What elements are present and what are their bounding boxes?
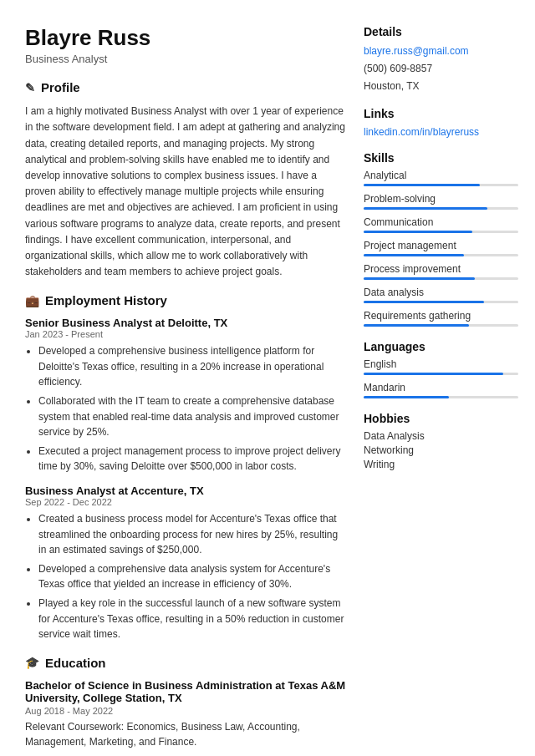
skill-bar-fill <box>364 231 472 233</box>
skill-bar-fill <box>364 184 480 186</box>
skill-bar-bg <box>364 277 518 280</box>
details-phone: (500) 609-8857 <box>364 61 518 76</box>
links-title: Links <box>364 107 518 120</box>
job-bullet: Created a business process model for Acc… <box>38 511 347 558</box>
skill-name: Requirements gathering <box>364 310 518 322</box>
job-bullets: Created a business process model for Acc… <box>25 511 347 642</box>
candidate-title: Business Analyst <box>25 53 347 65</box>
job-bullets: Developed a comprehensive business intel… <box>25 343 347 474</box>
languages-section: Languages EnglishMandarin <box>364 340 518 398</box>
skill-item: Process improvement <box>364 263 518 280</box>
skills-title: Skills <box>364 151 518 165</box>
hobby-item: Networking <box>364 444 518 456</box>
skill-bar-bg <box>364 301 518 303</box>
job-title: Senior Business Analyst at Deloitte, TX <box>25 317 347 329</box>
links-section: Links linkedin.com/in/blayreruss <box>364 107 518 138</box>
skill-item: Analytical <box>364 170 518 186</box>
skill-name: Analytical <box>364 170 518 181</box>
language-item: Mandarin <box>364 382 518 398</box>
profile-text: I am a highly motivated Business Analyst… <box>25 104 347 280</box>
header: Blayre Russ Business Analyst <box>25 25 347 65</box>
languages-title: Languages <box>364 340 518 353</box>
hobby-item: Data Analysis <box>364 430 518 442</box>
skill-name: Data analysis <box>364 287 518 298</box>
skill-item: Requirements gathering <box>364 310 518 327</box>
employment-section-title: 💼 Employment History <box>25 293 347 310</box>
skills-section: Skills AnalyticalProblem-solvingCommunic… <box>364 151 518 327</box>
skill-bar-bg <box>364 207 518 210</box>
skill-item: Data analysis <box>364 287 518 303</box>
education-coursework: Relevant Coursework: Economics, Business… <box>25 719 347 749</box>
job-item: Business Analyst at Accenture, TXSep 202… <box>25 485 347 642</box>
employment-section: 💼 Employment History Senior Business Ana… <box>25 293 347 642</box>
job-bullet: Developed a comprehensive data analysis … <box>38 561 347 592</box>
job-date: Jan 2023 - Present <box>25 329 347 339</box>
skill-bar-fill <box>364 254 464 256</box>
hobbies-title: Hobbies <box>364 412 518 425</box>
candidate-name: Blayre Russ <box>25 25 347 51</box>
hobbies-list: Data AnalysisNetworkingWriting <box>364 430 518 470</box>
skill-name: Communication <box>364 216 518 228</box>
language-bar-bg <box>364 373 518 375</box>
language-name: Mandarin <box>364 382 518 393</box>
job-date: Sep 2022 - Dec 2022 <box>25 497 347 507</box>
job-item: Senior Business Analyst at Deloitte, TXJ… <box>25 317 347 474</box>
education-degree: Bachelor of Science in Business Administ… <box>25 679 347 704</box>
skill-bar-bg <box>364 231 518 233</box>
skill-item: Communication <box>364 216 518 233</box>
job-bullet: Executed a project management process to… <box>38 444 347 474</box>
education-date: Aug 2018 - May 2022 <box>25 706 347 716</box>
language-name: English <box>364 358 518 370</box>
details-email: blayre.russ@gmail.com <box>364 43 518 58</box>
education-icon: 🎓 <box>25 656 39 669</box>
languages-list: EnglishMandarin <box>364 358 518 398</box>
skill-bar-fill <box>364 324 469 327</box>
employment-icon: 💼 <box>25 294 39 307</box>
details-location: Houston, TX <box>364 79 518 94</box>
skill-bar-fill <box>364 301 484 303</box>
skills-list: AnalyticalProblem-solvingCommunicationPr… <box>364 170 518 327</box>
skill-item: Project management <box>364 240 518 256</box>
education-section-title: 🎓 Education <box>25 656 347 672</box>
details-section: Details blayre.russ@gmail.com (500) 609-… <box>364 25 518 94</box>
profile-icon: ✎ <box>25 81 35 94</box>
left-column: Blayre Russ Business Analyst ✎ Profile I… <box>25 25 347 756</box>
profile-section: ✎ Profile I am a highly motivated Busine… <box>25 80 347 280</box>
skill-bar-bg <box>364 254 518 256</box>
language-bar-fill <box>364 373 503 375</box>
job-bullet: Played a key role in the successful laun… <box>38 596 347 642</box>
details-title: Details <box>364 25 518 38</box>
skill-name: Problem-solving <box>364 193 518 205</box>
skill-bar-bg <box>364 184 518 186</box>
skill-bar-fill <box>364 277 475 280</box>
profile-section-title: ✎ Profile <box>25 80 347 97</box>
language-bar-fill <box>364 396 449 398</box>
job-bullet: Collaborated with the IT team to create … <box>38 393 347 440</box>
language-item: English <box>364 358 518 375</box>
right-column: Details blayre.russ@gmail.com (500) 609-… <box>364 25 518 756</box>
linkedin-link[interactable]: linkedin.com/in/blayreruss <box>364 126 479 138</box>
education-section: 🎓 Education Bachelor of Science in Busin… <box>25 656 347 749</box>
skill-name: Project management <box>364 240 518 251</box>
email-link[interactable]: blayre.russ@gmail.com <box>364 45 469 57</box>
skill-bar-bg <box>364 324 518 327</box>
job-title: Business Analyst at Accenture, TX <box>25 485 347 497</box>
hobby-item: Writing <box>364 459 518 470</box>
hobbies-section: Hobbies Data AnalysisNetworkingWriting <box>364 412 518 470</box>
skill-name: Process improvement <box>364 263 518 275</box>
language-bar-bg <box>364 396 518 398</box>
job-bullet: Developed a comprehensive business intel… <box>38 343 347 390</box>
skill-item: Problem-solving <box>364 193 518 210</box>
jobs-list: Senior Business Analyst at Deloitte, TXJ… <box>25 317 347 642</box>
skill-bar-fill <box>364 207 487 210</box>
